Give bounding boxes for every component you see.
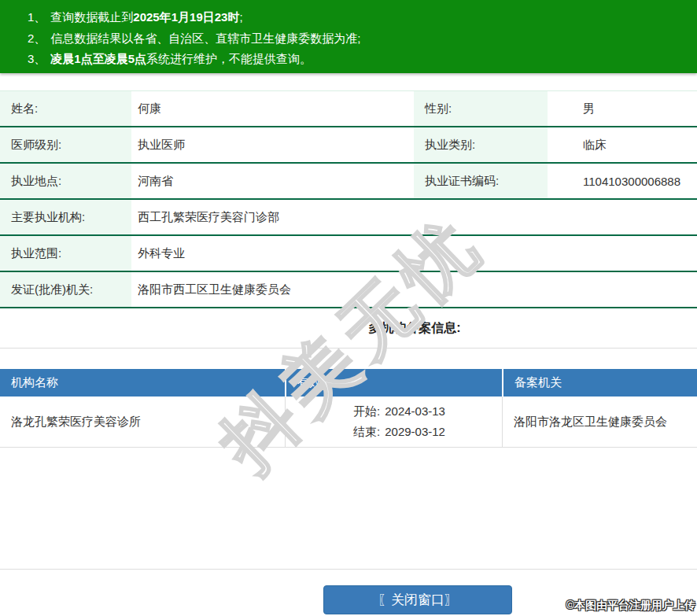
field-value-gender: 男 [548,91,697,126]
notice-line-2: 2、信息数据结果以各省、自治区、直辖市卫生健康委数据为准; [28,28,689,50]
field-label-name: 姓名: [0,91,131,126]
validity-start-label: 开始: [353,404,380,418]
notice-text-bold: 2025年1月19日23时 [133,10,239,24]
section-title: 多机构备案信息: [368,320,460,337]
field-label-practice-scope: 执业范围: [0,236,131,271]
notice-number: 1、 [28,10,46,24]
field-label-practice-location: 执业地点: [0,164,131,198]
validity-start: 开始:2024-03-13 [353,401,445,422]
org-header-filing-authority: 备案机关 [502,369,697,397]
profile-row-name-gender: 姓名: 何康 性别: 男 [0,91,697,127]
notice-text: 信息数据结果以各省、自治区、直辖市卫生健康委数据为准; [50,31,360,45]
field-value-main-institution: 西工孔繁荣医疗美容门诊部 [131,200,697,234]
notice-text-bold: 凌晨1点至凌晨5点 [50,52,146,65]
notice-line-1: 1、查询数据截止到2025年1月19日23时; [28,7,689,28]
profile-row-location-license: 执业地点: 河南省 执业证书编码: 110410300006888 [0,164,697,200]
org-table-header: 机构名称 有效期 备案机关 [0,369,697,397]
profile-row-main-institution: 主要执业机构: 西工孔繁荣医疗美容门诊部 [0,200,697,236]
field-label-practice-category: 执业类别: [414,127,548,162]
field-value-name: 何康 [131,91,414,126]
org-cell-validity: 开始:2024-03-13 结束:2029-03-12 [285,397,502,447]
validity-start-date: 2024-03-13 [385,404,445,418]
notice-text: ; [239,10,242,24]
validity-end-label: 结束: [353,425,380,438]
notice-text: 系统进行维护，不能提供查询。 [146,52,312,65]
org-table-row: 洛龙孔繁荣医疗美容诊所 开始:2024-03-13 结束:2029-03-12 … [0,397,697,448]
section-header: 多机构备案信息: [0,308,697,349]
org-header-validity: 有效期 [285,369,502,397]
notice-number: 2、 [28,31,46,45]
field-value-issuing-authority: 洛阳市西工区卫生健康委员会 [131,272,697,307]
button-area: 〖关闭窗口〗 [0,585,697,614]
field-value-doctor-level: 执业医师 [131,127,414,162]
field-value-practice-location: 河南省 [131,164,414,198]
field-label-issuing-authority: 发证(批准)机关: [0,272,131,307]
org-cell-institution-name: 洛龙孔繁荣医疗美容诊所 [0,397,285,447]
notice-line-3: 3、凌晨1点至凌晨5点系统进行维护，不能提供查询。 [28,49,689,70]
org-header-institution-name: 机构名称 [0,369,285,397]
close-window-button[interactable]: 〖关闭窗口〗 [323,585,512,614]
field-label-doctor-level: 医师级别: [0,127,131,162]
profile-row-issuing-authority: 发证(批准)机关: 洛阳市西工区卫生健康委员会 [0,272,697,308]
bottom-divider [0,569,697,570]
notice-number: 3、 [28,52,46,65]
field-value-license-number: 110410300006888 [548,164,697,198]
profile-table: 姓名: 何康 性别: 男 医师级别: 执业医师 执业类别: 临床 执业地点: 河… [0,90,697,308]
field-label-main-institution: 主要执业机构: [0,200,131,234]
org-filing-table: 机构名称 有效期 备案机关 洛龙孔繁荣医疗美容诊所 开始:2024-03-13 … [0,369,697,448]
validity-end-date: 2029-03-12 [385,425,445,438]
field-label-license-number: 执业证书编码: [414,164,548,198]
field-value-practice-scope: 外科专业 [131,236,697,271]
field-value-practice-category: 临床 [548,127,697,162]
validity-end: 结束:2029-03-12 [353,422,445,442]
profile-row-level-category: 医师级别: 执业医师 执业类别: 临床 [0,127,697,164]
notice-text: 查询数据截止到 [50,10,133,24]
profile-row-practice-scope: 执业范围: 外科专业 [0,236,697,272]
field-label-gender: 性别: [414,91,548,126]
notice-banner: 1、查询数据截止到2025年1月19日23时; 2、信息数据结果以各省、自治区、… [0,0,697,73]
org-cell-filing-authority: 洛阳市洛龙区卫生健康委员会 [502,397,697,447]
